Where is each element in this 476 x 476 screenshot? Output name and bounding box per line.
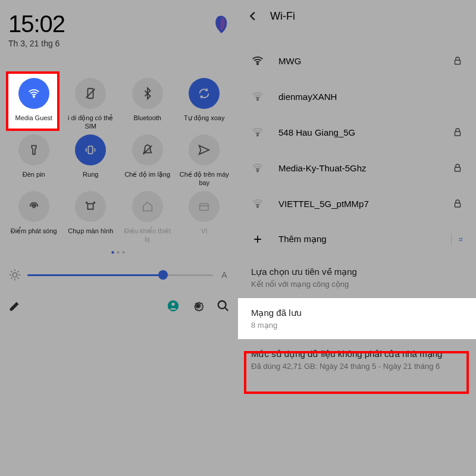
tile-wallet[interactable]: Ví [179,191,230,244]
search-icon[interactable] [217,299,230,312]
network-row[interactable]: MWG [238,43,476,79]
settings-icon[interactable] [192,299,205,312]
svg-line-18 [11,278,12,279]
tile-bluetooth[interactable]: Bluetooth [122,78,173,131]
tile-label: Bluetooth [134,114,161,131]
wifi-icon [18,78,49,109]
setting-title: Mức sử dụng dữ liệu không phải của nhà m… [251,349,463,359]
svg-rect-31 [455,167,461,171]
lock-icon [452,198,463,209]
svg-rect-35 [461,238,462,239]
sim-icon [75,78,106,109]
svg-point-11 [12,273,17,277]
network-name: MWG [278,56,438,66]
svg-rect-33 [455,203,461,207]
tile-label: i di động có thẻ SIM [65,114,117,131]
svg-rect-29 [455,131,461,136]
tile-label: Đèn pin [23,171,45,187]
svg-line-19 [18,271,19,273]
mute-icon [132,134,163,165]
tile-device-control[interactable]: Điều khiển thiết bị [122,191,173,244]
svg-point-30 [257,170,258,171]
wifi-signal-icon [251,126,264,139]
svg-point-32 [257,206,258,207]
tile-hotspot[interactable]: Điểm phát sóng [8,191,60,244]
torch-icon [18,134,49,165]
svg-rect-26 [455,60,461,64]
user-icon[interactable] [167,299,180,312]
saved-networks-row[interactable]: Mạng đã lưu 8 mạng [238,298,476,339]
add-network-label: Thêm mạng [278,234,430,245]
network-name: dienmayXANH [278,92,463,102]
svg-rect-3 [89,146,93,154]
tile-label: Chụp màn hình [68,227,113,244]
tile-vibrate[interactable]: Rung [65,134,117,187]
tile-airplane[interactable]: Chế độ trên máy bay [179,134,230,187]
network-preference-row[interactable]: Lựa chọn ưu tiên về mạng Kết nối với mạn… [238,257,476,298]
auto-brightness-toggle[interactable]: A [219,270,230,280]
svg-line-24 [225,308,228,311]
tile-label: Ví [201,227,207,244]
network-row[interactable]: dienmayXANH [238,79,476,114]
svg-rect-34 [459,238,461,239]
clock: 15:02 [8,11,65,37]
tile-label: Tự động xoay [184,114,224,131]
bluetooth-icon [132,78,163,109]
setting-title: Lựa chọn ưu tiên về mạng [251,267,463,277]
tile-label: Chế độ im lặng [124,171,170,187]
brightness-slider[interactable]: A [8,268,230,281]
page-title: Wi-Fi [270,10,295,23]
svg-point-28 [257,134,258,136]
assistant-logo-icon[interactable] [212,14,230,35]
tile-silent[interactable]: Chế độ im lặng [122,134,173,187]
plus-icon: + [251,233,264,246]
data-usage-row[interactable]: Mức sử dụng dữ liệu không phải của nhà m… [238,339,476,380]
tile-screenshot[interactable]: Chụp màn hình [65,191,117,244]
setting-subtitle: Đã dùng 42,71 GB: Ngày 24 tháng 5 - Ngày… [251,362,463,371]
svg-point-21 [171,303,175,306]
svg-point-22 [196,304,200,308]
add-network-row[interactable]: + Thêm mạng [238,221,476,257]
network-row[interactable]: Media-Ky-Thuat-5Ghz [238,150,476,186]
svg-rect-40 [462,240,462,241]
tile-label: Điều khiển thiết bị [122,227,173,244]
rotate-icon [189,78,220,109]
tile-flashlight[interactable]: Đèn pin [8,134,60,187]
tile-wifi[interactable]: Media Guest [8,73,60,131]
lock-icon [452,55,463,66]
tile-label: Điểm phát sóng [11,227,57,244]
setting-subtitle: 8 mạng [251,321,463,330]
tile-mobile-data[interactable]: i di động có thẻ SIM [65,78,117,131]
date: Th 3, 21 thg 6 [8,39,65,48]
network-row[interactable]: 548 Hau Giang_5G [238,114,476,150]
lock-icon [452,127,463,137]
quick-tiles-grid: Media Guest i di động có thẻ SIM Bluetoo… [8,78,230,244]
setting-subtitle: Kết nối với mạng công cộng [251,280,463,289]
svg-point-27 [257,99,258,100]
back-icon[interactable] [246,10,259,23]
edit-icon[interactable] [8,299,21,312]
svg-point-7 [33,205,35,208]
home-icon [132,191,163,222]
wifi-settings-panel: Wi-Fi MWG dienmayXANH 548 Hau Giang_5G M… [238,0,476,476]
lock-icon [452,162,463,173]
wifi-signal-icon [251,161,264,174]
tile-label: Media Guest [15,114,52,131]
svg-rect-38 [462,240,462,240]
quick-settings-panel: 15:02 Th 3, 21 thg 6 Media Guest i di độ… [0,0,238,476]
qr-scan-icon[interactable] [451,233,463,245]
network-row[interactable]: VIETTEL_5G_ptMMp7 [238,186,476,221]
tile-auto-rotate[interactable]: Tự động xoay [179,78,230,131]
svg-rect-8 [88,203,93,209]
network-list: MWG dienmayXANH 548 Hau Giang_5G Media-K… [238,43,476,257]
network-name: Media-Ky-Thuat-5Ghz [278,163,438,173]
wifi-signal-icon [251,197,264,210]
svg-rect-37 [461,240,462,240]
wifi-signal-icon [251,54,264,67]
svg-point-23 [218,301,226,309]
vibrate-icon [75,134,106,165]
svg-line-16 [11,271,12,273]
tile-label: Rung [83,171,98,187]
svg-rect-39 [461,240,462,241]
setting-title: Mạng đã lưu [251,308,463,318]
